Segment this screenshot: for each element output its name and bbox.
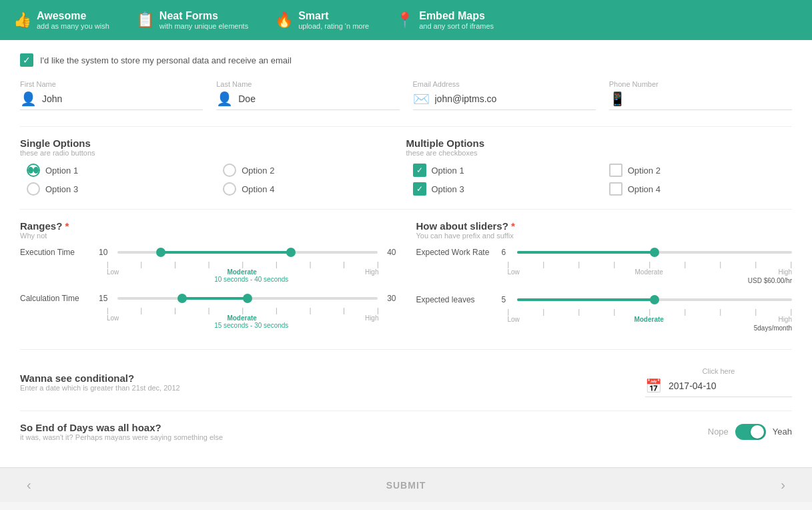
toggle-subtitle: it was, wasn't it? Perhaps mayans were s… (20, 433, 695, 441)
work-rate-val: 6 (502, 248, 512, 257)
date-field[interactable]: 📅 2017-04-10 (645, 378, 792, 397)
email-input[interactable] (435, 93, 596, 104)
consent-row: ✓ I'd like the system to store my person… (20, 53, 792, 67)
nav-embed-maps-subtitle: and any sort of iframes (419, 22, 494, 30)
toggle-title: So End of Days was all hoax? (20, 422, 695, 433)
nav-smart-title: Smart (298, 10, 369, 22)
radio-1[interactable] (27, 164, 40, 177)
execution-time-slider[interactable] (117, 251, 378, 254)
nav-neat-forms-subtitle: with many unique elements (159, 22, 248, 30)
leaves-moderate-label: Moderate (634, 316, 663, 323)
work-rate-slider-item: Expected Work Rate 6 ||||||||| Low Moder… (416, 248, 793, 284)
calculation-time-slider[interactable] (117, 297, 378, 300)
radio-2[interactable] (223, 164, 236, 177)
execution-sublabel: 10 seconds - 40 seconds (20, 276, 396, 283)
radio-4-label: Option 4 (242, 184, 274, 194)
multiple-options-title: Multiple Options (406, 138, 793, 149)
wr-low-label: Low (508, 268, 520, 276)
calc-time-max: 30 (383, 294, 396, 303)
nav-neat-forms[interactable]: 📋 Neat Forms with many unique elements (136, 10, 248, 30)
exec-low-label: Low (107, 268, 119, 276)
toggle-knob (751, 425, 764, 439)
calc-time-min: 15 (99, 294, 112, 303)
conditional-row: Wanna see conditional? Enter a date whic… (20, 360, 792, 397)
email-group: Email Address ✉️ (413, 80, 596, 110)
nav-embed-maps-title: Embed Maps (419, 10, 494, 22)
single-options-title: Single Options (20, 138, 406, 149)
options-row: Single Options these are radio buttons O… (20, 138, 792, 196)
multiple-options-grid: ✓ Option 1 Option 2 ✓ Option 3 Option 4 (413, 164, 793, 196)
brand-title: Awesome (37, 10, 109, 22)
phone-input[interactable] (631, 93, 792, 104)
leaves-slider[interactable] (517, 298, 793, 301)
footer: ‹ SUBMIT › (0, 467, 812, 502)
last-name-label: Last Name (216, 80, 399, 88)
checkbox-option-4[interactable]: Option 4 (609, 182, 792, 196)
calc-moderate-label: Moderate (227, 314, 256, 322)
map-icon: 📍 (396, 11, 414, 29)
calc-time-label: Calculation Time (20, 294, 93, 303)
date-click-label: Click here (703, 367, 735, 375)
toggle-switch[interactable] (735, 424, 766, 440)
conditional-subtitle: Enter a date which is greater than 21st … (20, 384, 632, 392)
header: 👍 Awesome add as many you wish 📋 Neat Fo… (0, 0, 812, 40)
work-rate-slider[interactable] (517, 251, 793, 254)
toggle-row: So End of Days was all hoax? it was, was… (20, 422, 792, 441)
leaves-high-label: High (778, 316, 792, 323)
radio-2-label: Option 2 (242, 166, 274, 176)
forms-icon: 📋 (136, 11, 154, 29)
checkbox-4[interactable] (609, 182, 623, 196)
wr-moderate-label: Moderate (635, 268, 663, 276)
last-name-input[interactable] (238, 93, 399, 104)
nav-smart-subtitle: upload, rating 'n more (298, 22, 369, 30)
nav-smart[interactable]: 🔥 Smart upload, rating 'n more (275, 10, 369, 30)
prev-button[interactable]: ‹ (27, 477, 31, 493)
submit-button[interactable]: SUBMIT (386, 480, 426, 491)
conditional-title: Wanna see conditional? (20, 372, 632, 384)
date-value: 2017-04-10 (669, 380, 717, 391)
exec-high-label: High (365, 268, 379, 276)
next-button[interactable]: › (781, 477, 785, 493)
ranges-sliders-row: Ranges? * Why not Execution Time 10 40 (20, 220, 792, 338)
nav-neat-forms-title: Neat Forms (159, 10, 248, 22)
calc-low-label: Low (107, 314, 119, 322)
work-rate-sublabel: USD $60.00/hr (416, 277, 793, 284)
leaves-slider-item: Expected leaves 5 ||||||||| Low Moderate (416, 295, 793, 332)
first-name-input[interactable] (42, 93, 203, 104)
radio-4[interactable] (223, 182, 236, 196)
checkbox-2-label: Option 2 (628, 166, 661, 176)
checkbox-option-1[interactable]: ✓ Option 1 (413, 164, 596, 177)
nav-embed-maps[interactable]: 📍 Embed Maps and any sort of iframes (396, 10, 494, 30)
ranges-subtitle: Why not (20, 232, 396, 240)
single-options-subtitle: these are radio buttons (20, 149, 406, 157)
phone-group: Phone Number 📱 (609, 80, 792, 110)
radio-option-1[interactable]: Option 1 (27, 164, 210, 177)
multiple-options-section: Multiple Options these are checkboxes ✓ … (406, 138, 793, 196)
phone-icon: 📱 (609, 91, 626, 107)
checkbox-3[interactable]: ✓ (413, 182, 426, 196)
personal-fields-row: First Name 👤 Last Name 👤 Email Address ✉… (20, 80, 792, 110)
radio-option-4[interactable]: Option 4 (223, 182, 406, 196)
multiple-options-subtitle: these are checkboxes (406, 149, 793, 157)
calc-sublabel: 15 seconds - 30 seconds (20, 322, 396, 329)
checkbox-option-3[interactable]: ✓ Option 3 (413, 182, 596, 196)
sliders-subtitle: You can have prefix and suffix (416, 232, 793, 240)
ranges-section: Ranges? * Why not Execution Time 10 40 (20, 220, 396, 338)
radio-option-3[interactable]: Option 3 (27, 182, 210, 196)
sliders-section: How about sliders? * You can have prefix… (416, 220, 793, 338)
toggle-text: So End of Days was all hoax? it was, was… (20, 422, 695, 441)
consent-checkbox[interactable]: ✓ (20, 53, 33, 67)
checkbox-2[interactable] (609, 164, 623, 177)
form-container: ✓ I'd like the system to store my person… (0, 40, 812, 467)
leaves-label: Expected leaves (416, 295, 496, 304)
toggle-nope-label: Nope (708, 427, 729, 437)
checkbox-1[interactable]: ✓ (413, 164, 426, 177)
first-name-label: First Name (20, 80, 203, 88)
email-icon: ✉️ (413, 91, 430, 107)
radio-option-2[interactable]: Option 2 (223, 164, 406, 177)
toggle-yeah-label: Yeah (773, 427, 792, 437)
consent-text: I'd like the system to store my personal… (40, 55, 292, 65)
radio-3[interactable] (27, 182, 40, 196)
email-label: Email Address (413, 80, 596, 88)
checkbox-option-2[interactable]: Option 2 (609, 164, 792, 177)
